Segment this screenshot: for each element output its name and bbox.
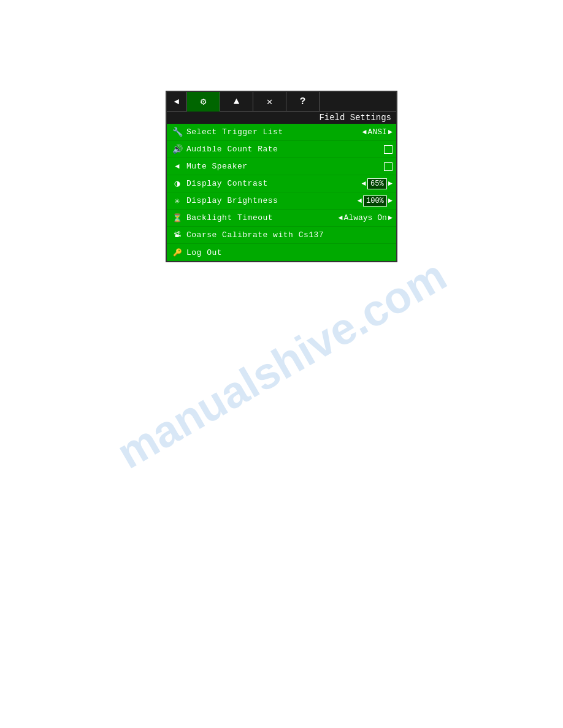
- contrast-value-box: 65%: [367, 178, 387, 189]
- menu-item-mute-speaker[interactable]: ◄ Mute Speaker: [167, 158, 396, 175]
- field-settings-title: Field Settings: [319, 113, 391, 123]
- speaker-icon: 🔊: [170, 144, 184, 154]
- menu-item-coarse-calibrate[interactable]: 📽 Coarse Calibrate with Cs137: [167, 227, 396, 244]
- watermark: manualshive.com: [109, 249, 454, 478]
- trigger-icon: 🔧: [170, 127, 184, 137]
- backlight-arrow-left[interactable]: ◄: [338, 214, 342, 222]
- audible-count-rate-label: Audible Count Rate: [186, 145, 384, 154]
- menu-item-select-trigger[interactable]: 🔧 Select Trigger List ◄ ANSI ►: [167, 124, 396, 141]
- select-trigger-label: Select Trigger List: [186, 127, 362, 137]
- help-icon: ?: [300, 96, 306, 107]
- tab-spacer: [319, 92, 396, 112]
- audible-count-rate-checkbox[interactable]: [384, 145, 393, 154]
- select-trigger-value: ◄ ANSI ►: [362, 127, 393, 137]
- brightness-value-box: 100%: [363, 195, 387, 207]
- tab-bar: ◄ ⚙ ▲ ✕ ?: [167, 92, 396, 112]
- menu-item-audible-count-rate[interactable]: 🔊 Audible Count Rate: [167, 141, 396, 158]
- logout-icon: 🔑: [170, 248, 184, 257]
- brightness-icon: ✳: [170, 195, 184, 206]
- back-icon: ◄: [174, 97, 179, 107]
- backlight-value-text: Always On: [344, 213, 387, 222]
- menu-item-display-contrast[interactable]: ◑ Display Contrast ◄ 65% ►: [167, 175, 396, 192]
- display-brightness-label: Display Brightness: [186, 196, 358, 205]
- menu-item-display-brightness[interactable]: ✳ Display Brightness ◄ 100% ►: [167, 192, 396, 210]
- tab-person[interactable]: ▲: [220, 92, 253, 112]
- gear-icon: ⚙: [201, 96, 207, 108]
- tab-gear[interactable]: ⚙: [186, 92, 220, 112]
- mute-speaker-label: Mute Speaker: [186, 162, 384, 171]
- trigger-arrow-left[interactable]: ◄: [362, 128, 366, 137]
- contrast-arrow-left[interactable]: ◄: [362, 180, 366, 188]
- mute-speaker-value: [384, 162, 393, 171]
- tools-icon: ✕: [267, 96, 273, 108]
- menu-item-log-out[interactable]: 🔑 Log Out: [167, 244, 396, 261]
- coarse-calibrate-label: Coarse Calibrate with Cs137: [186, 230, 393, 240]
- trigger-value-text: ANSI: [368, 127, 387, 137]
- brightness-arrow-right[interactable]: ►: [388, 197, 393, 205]
- calibrate-icon: 📽: [170, 230, 184, 240]
- backlight-timeout-label: Backlight Timeout: [186, 213, 338, 222]
- display-contrast-value: ◄ 65% ►: [362, 178, 393, 189]
- back-button[interactable]: ◄: [167, 92, 186, 112]
- mute-speaker-checkbox[interactable]: [384, 162, 393, 171]
- contrast-icon: ◑: [170, 178, 184, 189]
- trigger-arrow-right[interactable]: ►: [388, 128, 393, 137]
- display-brightness-value: ◄ 100% ►: [358, 195, 393, 207]
- contrast-arrow-right[interactable]: ►: [388, 180, 393, 188]
- menu-item-backlight-timeout[interactable]: ⏳ Backlight Timeout ◄ Always On ►: [167, 210, 396, 227]
- device-panel: ◄ ⚙ ▲ ✕ ? Field Settings 🔧 Select Trigge…: [166, 91, 397, 262]
- backlight-timeout-value: ◄ Always On ►: [338, 213, 393, 222]
- backlight-icon: ⏳: [170, 213, 184, 223]
- tab-help[interactable]: ?: [286, 92, 319, 112]
- tab-tools[interactable]: ✕: [253, 92, 286, 112]
- field-settings-header: Field Settings: [167, 112, 396, 124]
- menu-panel: Field Settings 🔧 Select Trigger List ◄ A…: [167, 112, 396, 261]
- audible-count-rate-value: [384, 145, 393, 154]
- mute-icon: ◄: [170, 162, 184, 171]
- backlight-arrow-right[interactable]: ►: [388, 214, 393, 222]
- log-out-label: Log Out: [186, 248, 393, 257]
- display-contrast-label: Display Contrast: [186, 179, 362, 188]
- person-icon: ▲: [234, 96, 240, 107]
- brightness-arrow-left[interactable]: ◄: [358, 197, 362, 205]
